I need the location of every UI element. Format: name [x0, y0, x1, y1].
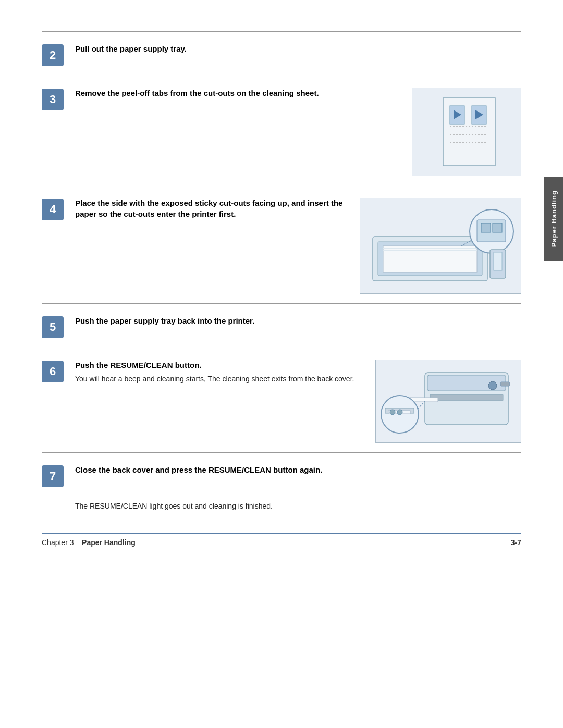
footer-page-number: 3-7 — [511, 538, 521, 547]
side-tab-label: Paper Handling — [550, 190, 558, 247]
page-container: Paper Handling 2 Pull out the paper supp… — [0, 0, 563, 728]
step-5-badge: 5 — [42, 316, 64, 338]
footer-chapter-title: Paper Handling — [82, 538, 136, 547]
svg-rect-19 — [494, 252, 502, 270]
step-3-title: Remove the peel-off tabs from the cut-ou… — [75, 88, 400, 98]
svg-line-31 — [418, 401, 425, 409]
step-4-badge: 4 — [42, 199, 64, 220]
step-7-section: 7 Close the back cover and press the RES… — [42, 452, 521, 497]
footer-left: Chapter 3 Paper Handling — [42, 538, 136, 547]
step-6-body: You will hear a beep and cleaning starts… — [75, 374, 364, 385]
step-6-badge: 6 — [42, 361, 64, 382]
svg-point-29 — [390, 410, 395, 415]
step-6-content: Push the RESUME/CLEAN button. You will h… — [75, 360, 364, 385]
svg-rect-16 — [493, 223, 502, 232]
step-4-content: Place the side with the exposed sticky c… — [75, 198, 348, 223]
step-5-content: Push the paper supply tray back into the… — [75, 315, 521, 329]
step-5-title: Push the paper supply tray back into the… — [75, 315, 521, 326]
step-7-content: Close the back cover and press the RESUM… — [75, 464, 521, 478]
step-2-title: Pull out the paper supply tray. — [75, 43, 521, 54]
step-7-title: Close the back cover and press the RESUM… — [75, 464, 521, 475]
step-2-badge: 2 — [42, 44, 64, 66]
step-4-image — [360, 198, 521, 294]
side-tab: Paper Handling — [544, 177, 563, 261]
step-7-badge: 7 — [42, 465, 64, 487]
step-2-section: 2 Pull out the paper supply tray. — [42, 31, 521, 76]
svg-rect-11 — [383, 248, 477, 249]
step-7-body: The RESUME/CLEAN light goes out and clea… — [42, 501, 521, 512]
step-6-image — [375, 360, 521, 443]
step-5-section: 5 Push the paper supply tray back into t… — [42, 303, 521, 348]
footer-chapter-label: Chapter 3 — [42, 538, 74, 547]
step-6-title: Push the RESUME/CLEAN button. — [75, 360, 364, 371]
svg-point-30 — [397, 410, 402, 415]
page-footer: Chapter 3 Paper Handling 3-7 — [42, 533, 521, 547]
step-4-section: 4 Place the side with the exposed sticky… — [42, 186, 521, 303]
svg-rect-25 — [500, 382, 510, 386]
svg-point-24 — [488, 381, 497, 390]
step-3-badge: 3 — [42, 89, 64, 110]
step-2-content: Pull out the paper supply tray. — [75, 43, 521, 57]
step-6-section: 6 Push the RESUME/CLEAN button. You will… — [42, 348, 521, 452]
step-3-content: Remove the peel-off tabs from the cut-ou… — [75, 88, 400, 102]
step-3-section: 3 Remove the peel-off tabs from the cut-… — [42, 76, 521, 186]
step-4-title: Place the side with the exposed sticky c… — [75, 198, 348, 219]
svg-rect-12 — [383, 250, 477, 251]
step-3-image — [412, 88, 521, 176]
svg-rect-15 — [481, 223, 491, 232]
svg-rect-22 — [430, 394, 503, 401]
